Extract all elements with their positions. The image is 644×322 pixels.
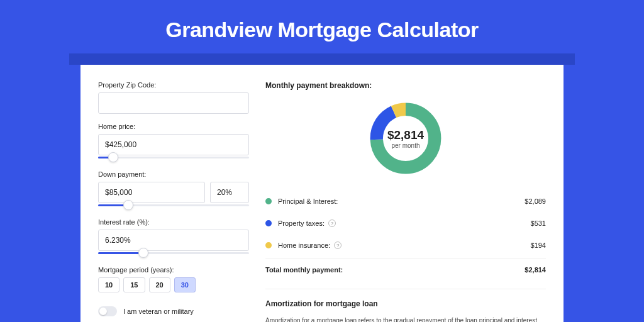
donut-sub: per month <box>391 142 419 149</box>
zip-label: Property Zip Code: <box>98 81 249 89</box>
veteran-toggle[interactable] <box>98 306 117 316</box>
legend-label: Home insurance: ? <box>278 242 531 249</box>
interest-input[interactable] <box>98 230 249 251</box>
calculator-card: Property Zip Code: Home price: Down paym… <box>80 65 564 322</box>
period-btn-20[interactable]: 20 <box>149 277 170 292</box>
home-price-label: Home price: <box>98 123 249 130</box>
down-payment-input[interactable] <box>98 182 205 203</box>
period-btn-15[interactable]: 15 <box>123 277 145 292</box>
donut-chart-wrap: $2,814 per month <box>265 100 546 177</box>
legend-row-insurance: Home insurance: ? $194 <box>265 235 546 257</box>
help-icon[interactable]: ? <box>334 242 341 249</box>
breakdown-panel: Monthly payment breakdown: $2,814 per mo… <box>265 81 546 322</box>
down-payment-slider[interactable] <box>98 202 249 209</box>
legend-dot <box>265 242 272 248</box>
down-payment-field: Down payment: <box>98 170 249 209</box>
page-title: Grandview Mortgage Calculator <box>0 0 644 53</box>
legend-row-taxes: Property taxes: ? $531 <box>265 213 546 235</box>
veteran-toggle-row: I am veteran or military <box>98 306 249 316</box>
header-band <box>69 53 575 65</box>
donut-amount: $2,814 <box>387 128 424 142</box>
legend-value: $194 <box>531 242 546 249</box>
period-btn-30[interactable]: 30 <box>174 277 196 292</box>
legend-dot <box>265 198 272 204</box>
legend-dot <box>265 220 272 226</box>
slider-thumb[interactable] <box>108 152 118 162</box>
legend-row-total: Total monthly payment: $2,814 <box>265 258 546 281</box>
legend-label: Principal & Interest: <box>278 197 525 205</box>
slider-thumb[interactable] <box>123 200 133 210</box>
legend-label: Property taxes: ? <box>278 219 531 227</box>
down-payment-pct-input[interactable] <box>210 182 249 203</box>
zip-input[interactable] <box>98 92 249 114</box>
veteran-label: I am veteran or military <box>123 308 194 315</box>
amortization-text: Amortization for a mortgage loan refers … <box>265 316 546 322</box>
home-price-slider[interactable] <box>98 154 249 162</box>
legend-value: $2,089 <box>525 197 546 205</box>
total-label: Total monthly payment: <box>265 266 525 274</box>
legend-row-principal: Principal & Interest: $2,089 <box>265 191 546 213</box>
donut-chart: $2,814 per month <box>367 100 444 177</box>
home-price-field: Home price: <box>98 123 249 162</box>
breakdown-title: Monthly payment breakdown: <box>265 81 546 90</box>
period-btn-10[interactable]: 10 <box>98 277 119 292</box>
total-value: $2,814 <box>525 266 546 274</box>
interest-field: Interest rate (%): <box>98 218 249 257</box>
amortization-title: Amortization for mortgage loan <box>265 299 546 308</box>
interest-label: Interest rate (%): <box>98 218 249 226</box>
home-price-input[interactable] <box>98 134 249 155</box>
slider-thumb[interactable] <box>138 248 148 258</box>
down-payment-label: Down payment: <box>98 170 249 178</box>
legend-value: $531 <box>531 219 546 227</box>
donut-center: $2,814 per month <box>380 113 431 164</box>
interest-slider[interactable] <box>98 250 249 257</box>
period-field: Mortgage period (years): 10 15 20 30 <box>98 266 249 292</box>
amortization-section: Amortization for mortgage loan Amortizat… <box>265 289 546 322</box>
help-icon[interactable]: ? <box>328 219 336 227</box>
form-panel: Property Zip Code: Home price: Down paym… <box>98 81 249 322</box>
zip-field: Property Zip Code: <box>98 81 249 114</box>
period-label: Mortgage period (years): <box>98 266 249 274</box>
period-row: 10 15 20 30 <box>98 277 249 292</box>
